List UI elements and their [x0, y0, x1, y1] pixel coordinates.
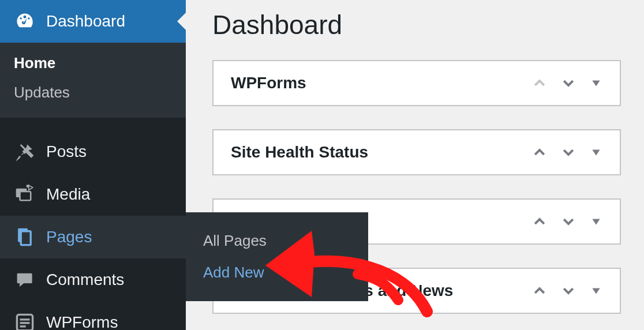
sidebar-media-label: Media [46, 185, 90, 204]
sidebar-item-posts[interactable]: Posts [0, 130, 186, 173]
submenu-item-home[interactable]: Home [0, 48, 186, 78]
move-down-icon[interactable] [561, 76, 576, 91]
sidebar-submenu-dashboard: Home Updates [0, 43, 186, 118]
sidebar-comments-label: Comments [46, 271, 124, 289]
sidebar-item-pages[interactable]: Pages [0, 216, 186, 258]
wpforms-icon [14, 312, 36, 330]
widget-title: Site Health Status [231, 143, 368, 162]
sidebar-pages-label: Pages [46, 228, 92, 246]
separator [0, 118, 186, 130]
sidebar-dashboard-label: Dashboard [46, 12, 125, 31]
toggle-icon[interactable] [590, 284, 602, 297]
move-up-icon[interactable] [532, 145, 547, 160]
move-up-icon[interactable] [532, 283, 547, 298]
page-title: Dashboard [212, 9, 621, 40]
svg-rect-1 [20, 192, 31, 200]
pages-flyout-menu: All Pages Add New [186, 212, 368, 301]
sidebar-item-dashboard[interactable]: Dashboard [0, 0, 186, 43]
widget-title: WPForms [231, 74, 306, 92]
sidebar-posts-label: Posts [46, 142, 87, 161]
submenu-item-updates[interactable]: Updates [0, 78, 186, 107]
flyout-item-add-new[interactable]: Add New [186, 257, 368, 288]
widget-site-health: Site Health Status [212, 129, 621, 175]
toggle-icon[interactable] [590, 146, 602, 159]
widget-controls [532, 145, 602, 160]
move-down-icon[interactable] [561, 283, 576, 298]
sidebar-wpforms-label: WPForms [46, 313, 118, 330]
widget-controls [532, 214, 602, 229]
svg-marker-9 [592, 81, 600, 87]
pages-icon [14, 226, 36, 248]
sidebar-item-wpforms[interactable]: WPForms [0, 301, 186, 330]
move-up-icon[interactable] [532, 76, 547, 91]
widget-controls [532, 283, 602, 298]
move-down-icon[interactable] [561, 145, 576, 160]
svg-marker-12 [592, 288, 600, 294]
toggle-icon[interactable] [590, 77, 602, 89]
media-icon [14, 183, 36, 205]
widget-controls [532, 76, 602, 91]
sidebar-item-comments[interactable]: Comments [0, 258, 186, 301]
move-down-icon[interactable] [561, 214, 576, 229]
flyout-item-all-pages[interactable]: All Pages [186, 225, 368, 257]
toggle-icon[interactable] [590, 215, 602, 228]
pin-icon [14, 141, 36, 163]
svg-marker-11 [592, 219, 600, 225]
comments-icon [14, 269, 36, 291]
move-up-icon[interactable] [532, 214, 547, 229]
sidebar-item-media[interactable]: Media [0, 173, 186, 216]
admin-sidebar: Dashboard Home Updates Posts Media Pages… [0, 0, 186, 330]
svg-rect-4 [21, 231, 31, 245]
svg-marker-10 [592, 150, 600, 156]
dashboard-icon [14, 10, 36, 32]
widget-wpforms: WPForms [212, 60, 621, 106]
